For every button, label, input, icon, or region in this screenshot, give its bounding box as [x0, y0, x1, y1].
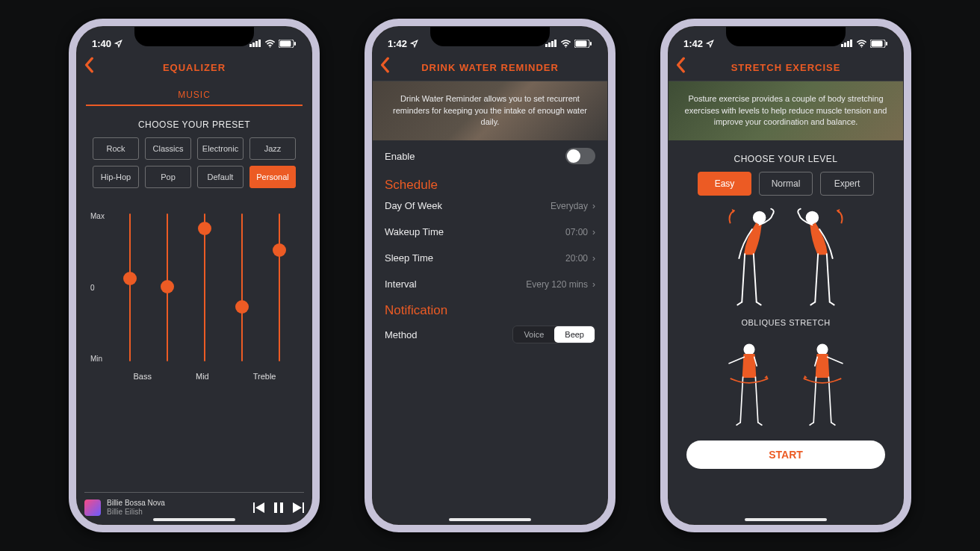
back-button[interactable] — [84, 57, 95, 73]
level-row: Easy Normal Expert — [669, 172, 903, 196]
level-normal[interactable]: Normal — [759, 172, 813, 196]
level-heading: CHOOSE YOUR LEVEL — [669, 154, 903, 164]
slider-4[interactable] — [235, 209, 249, 366]
location-icon — [706, 40, 714, 48]
next-track-icon[interactable] — [292, 502, 304, 513]
level-easy[interactable]: Easy — [698, 172, 751, 196]
label: Day Of Week — [385, 200, 442, 211]
chevron-left-icon — [84, 57, 95, 73]
header: DRINK WATER REMINDER — [373, 54, 607, 81]
notch — [134, 27, 254, 46]
wifi-icon — [856, 40, 867, 48]
row-wakeup-time[interactable]: Wakeup Time 07:00› — [373, 219, 607, 245]
method-segmented[interactable]: Voice Beep — [512, 326, 595, 343]
svg-rect-11 — [548, 43, 551, 47]
page-title: DRINK WATER REMINDER — [421, 62, 559, 73]
hero-banner: Posture exercise provides a couple of bo… — [669, 81, 903, 140]
back-button[interactable] — [380, 57, 391, 73]
slider-label-mid: Mid — [196, 372, 209, 381]
home-indicator[interactable] — [745, 518, 827, 521]
svg-rect-17 — [590, 42, 592, 46]
start-button[interactable]: START — [686, 441, 885, 469]
chevron-left-icon — [380, 57, 391, 73]
svg-rect-8 — [274, 502, 277, 513]
location-icon — [114, 40, 122, 48]
battery-icon — [870, 40, 888, 48]
exercise-twist-figure — [669, 342, 903, 430]
svg-rect-20 — [847, 41, 849, 47]
value: 20:00 — [565, 253, 588, 264]
svg-rect-25 — [886, 42, 887, 46]
svg-point-27 — [807, 212, 819, 224]
equalizer-area: Max 0 Min — [90, 209, 298, 366]
method-option-beep[interactable]: Beep — [554, 326, 595, 343]
back-button[interactable] — [676, 57, 686, 73]
svg-rect-18 — [841, 44, 843, 47]
svg-rect-13 — [554, 40, 556, 47]
preset-grid: Rock Classics Electronic Jazz Hip-Hop Po… — [77, 137, 311, 188]
track-title: Billie Bossa Nova — [107, 499, 247, 508]
preset-jazz[interactable]: Jazz — [249, 137, 296, 160]
slider-treble[interactable] — [272, 209, 287, 366]
row-sleep-time[interactable]: Sleep Time 20:00› — [373, 245, 607, 271]
preset-electronic[interactable]: Electronic — [197, 137, 244, 160]
preset-rock[interactable]: Rock — [93, 137, 139, 160]
method-option-voice[interactable]: Voice — [513, 326, 554, 343]
eq-label-max: Max — [90, 212, 111, 220]
music-app-icon — [84, 499, 101, 516]
stretch-figure-right-icon — [793, 206, 852, 311]
now-playing-bar: Billie Bossa Nova Billie Eilish — [84, 492, 304, 517]
svg-point-28 — [744, 344, 754, 354]
svg-rect-21 — [850, 40, 852, 47]
chevron-right-icon: › — [592, 227, 595, 237]
row-interval[interactable]: Interval Every 120 mins› — [373, 271, 607, 297]
hero-text: Posture exercise provides a couple of bo… — [680, 93, 891, 128]
svg-point-22 — [861, 46, 862, 47]
slider-mid[interactable] — [197, 209, 212, 366]
phone-stretch-exercise: 1:42 STRETCH EXERCISE Posture exercise p… — [660, 19, 911, 532]
tab-music[interactable]: MUSIC — [86, 85, 303, 106]
battery-icon — [279, 40, 297, 48]
svg-rect-1 — [252, 43, 255, 47]
home-indicator[interactable] — [153, 518, 235, 521]
svg-rect-10 — [545, 44, 548, 47]
prev-track-icon[interactable] — [253, 502, 265, 513]
eq-label-min: Min — [90, 355, 111, 363]
twist-figure-right-icon — [793, 342, 852, 430]
wifi-icon — [264, 40, 276, 48]
enable-toggle[interactable] — [565, 148, 595, 164]
svg-rect-7 — [294, 42, 296, 46]
status-time: 1:42 — [683, 38, 703, 49]
stretch-figure-left-icon — [720, 206, 778, 311]
preset-classics[interactable]: Classics — [145, 137, 191, 160]
svg-point-14 — [565, 46, 566, 47]
slider-2[interactable] — [160, 209, 175, 366]
svg-point-29 — [817, 344, 827, 354]
preset-default[interactable]: Default — [197, 166, 244, 188]
preset-personal[interactable]: Personal — [249, 166, 296, 188]
exercise-title-1: OBLIQUES STRETCH — [669, 318, 903, 327]
battery-icon — [574, 40, 592, 48]
label: Interval — [385, 278, 417, 290]
home-indicator[interactable] — [449, 518, 531, 521]
svg-rect-0 — [249, 44, 252, 47]
preset-pop[interactable]: Pop — [145, 166, 191, 188]
notch — [430, 27, 550, 46]
svg-rect-3 — [258, 40, 261, 47]
svg-rect-12 — [551, 41, 553, 47]
preset-hiphop[interactable]: Hip-Hop — [93, 166, 139, 188]
chevron-left-icon — [676, 57, 686, 73]
exercise-obliques-figure — [669, 206, 903, 311]
wifi-icon — [560, 40, 571, 48]
row-day-of-week[interactable]: Day Of Week Everyday› — [373, 193, 607, 219]
track-artist: Billie Eilish — [107, 508, 247, 517]
slider-bass[interactable] — [122, 209, 137, 366]
level-expert[interactable]: Expert — [820, 172, 874, 196]
notch — [726, 27, 846, 46]
svg-point-4 — [270, 46, 270, 47]
row-enable: Enable — [373, 140, 607, 172]
status-time: 1:42 — [388, 38, 407, 49]
chevron-right-icon: › — [592, 279, 595, 290]
pause-icon[interactable] — [274, 502, 283, 513]
status-time: 1:40 — [92, 38, 111, 49]
